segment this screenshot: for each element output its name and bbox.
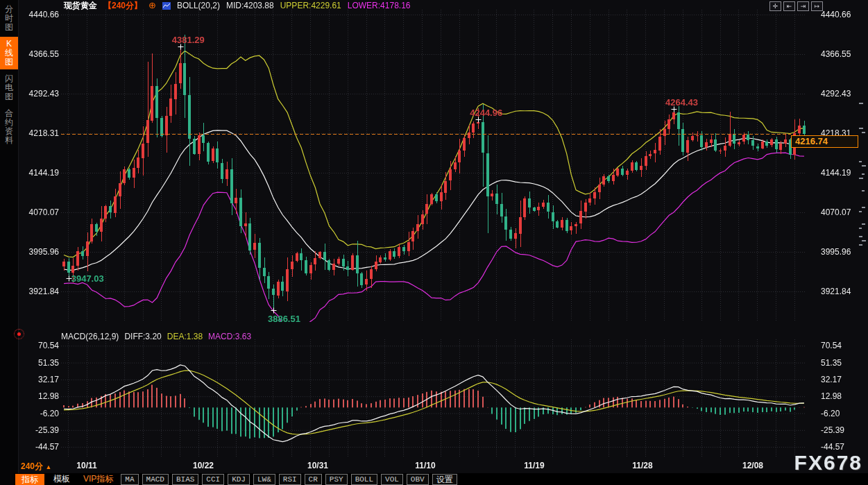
toolbar-item-psy[interactable]: PSY (325, 474, 348, 485)
alert-indicator-icon[interactable] (14, 329, 24, 339)
price-axis-label: 4292.43 (821, 89, 865, 99)
toolbar-item-cci[interactable]: CCI (202, 474, 224, 485)
price-axis-label: 3921.84 (821, 287, 865, 296)
date-axis: 240分 ▲ 10/1110/2210/3111/1011/1911/2812/… (18, 459, 868, 473)
date-label: 11/10 (415, 461, 435, 470)
price-axis-label: 3995.96 (821, 247, 865, 257)
instrument-name: 现货黄金 (64, 0, 97, 12)
macd-axis-label: 12.98 (821, 391, 865, 401)
price-axis-label: 4070.07 (821, 207, 865, 217)
toolbar-item-obv[interactable]: OBV (407, 474, 429, 485)
macd-axis-label: -6.20 (821, 409, 865, 418)
price-axis-label: 4366.55 (821, 49, 865, 59)
macd-header: MACD(26,12,9) DIFF:3.20 DEA:1.38 MACD:3.… (61, 332, 251, 341)
sidebar-tab-contract-info[interactable]: 合约资料 (0, 106, 18, 148)
sidebar-tab-label: K线图 (4, 40, 14, 67)
toolbar-item-cr[interactable]: CR (305, 474, 322, 485)
date-label: 10/31 (307, 461, 328, 470)
axis-scale-left-icon[interactable]: ⇤ (783, 1, 795, 11)
macd-axis-label: -44.57 (821, 442, 865, 452)
sidebar-tab-label: 闪电图 (4, 74, 14, 101)
macd-axis-label: -25.39 (821, 425, 865, 435)
sidebar-tab-kline[interactable]: K线图 (0, 37, 18, 69)
trading-app-window: 分时图 K线图 闪电图 合约资料 现货黄金 【240分】 ⊕ BOLL(20,2… (0, 0, 868, 485)
price-annotation: 4244.96 (470, 108, 502, 118)
macd-diff-label: DIFF:3.20 (124, 332, 161, 341)
boll-lower-label: LOWER:4178.16 (348, 1, 411, 10)
interval-dropdown[interactable]: 240分 ▲ (21, 461, 51, 473)
sidebar-tab-timeshare[interactable]: 分时图 (0, 2, 18, 35)
macd-axis-label: 32.17 (821, 375, 865, 384)
price-axis-label: 4440.66 (19, 10, 59, 19)
macd-axis-label: 51.35 (821, 358, 865, 368)
toolbar-item-lw-[interactable]: LW& (253, 474, 275, 485)
toolbar-item-boll[interactable]: BOLL (351, 474, 377, 485)
price-axis-label: 4366.55 (19, 49, 59, 59)
price-axis-label: 4218.31 (19, 128, 59, 138)
left-sidebar: 分时图 K线图 闪电图 合约资料 (0, 0, 19, 485)
watermark: FX678 (794, 451, 862, 475)
toolbar-item-macd[interactable]: MACD (142, 474, 169, 485)
toolbar-item-vol[interactable]: VOL (381, 474, 403, 485)
toolbar-item-模板[interactable]: 模板 (48, 473, 76, 485)
macd-axis-label: 12.98 (19, 391, 59, 401)
toolbar-item-ma[interactable]: MA (121, 474, 138, 485)
macd-axis-label: 70.54 (19, 341, 59, 350)
macd-axis-label: 51.35 (19, 358, 59, 368)
boll-mid-label: MID:4203.88 (226, 1, 274, 10)
interval-badge[interactable]: 【240分】 (103, 0, 142, 12)
toolbar-item-rsi[interactable]: RSI (279, 474, 301, 485)
indicator-toolbar: 指标模板VIP指标MAMACDBIASCCIKDJLW&RSICRPSYBOLL… (14, 473, 868, 485)
date-label: 10/11 (76, 461, 96, 470)
toolbar-item-kdj[interactable]: KDJ (228, 474, 250, 485)
price-annotation: 4381.29 (172, 35, 205, 45)
price-annotation: 4264.43 (665, 97, 698, 108)
boll-params-label: BOLL(20,2) (177, 1, 220, 10)
sidebar-tab-label: 分时图 (4, 5, 14, 32)
macd-dea-label: DEA:1.38 (167, 332, 203, 341)
add-indicator-icon[interactable]: ⊕ (148, 1, 156, 10)
sidebar-tab-lightning[interactable]: 闪电图 (0, 71, 18, 104)
interval-dropdown-label: 240分 (21, 461, 43, 471)
chevron-up-icon: ▲ (45, 463, 51, 470)
macd-axis-label: -6.20 (19, 409, 59, 418)
chart-canvas[interactable] (0, 0, 868, 485)
macd-axis-label: 70.54 (821, 341, 865, 350)
sidebar-tab-label: 合约资料 (4, 109, 14, 145)
date-label: 11/28 (632, 461, 652, 470)
toolbar-item-bias[interactable]: BIAS (172, 474, 198, 485)
toolbar-item-设置[interactable]: 设置 (432, 474, 457, 485)
date-label: 10/22 (193, 461, 214, 470)
macd-params-label: MACD(26,12,9) (61, 332, 119, 341)
macd-axis-label: 32.17 (19, 375, 59, 384)
price-annotation: 3947.03 (71, 273, 104, 284)
price-axis-label: 4440.66 (821, 10, 865, 19)
boll-upper-label: UPPER:4229.61 (280, 1, 341, 10)
date-label: 11/19 (524, 461, 544, 470)
macd-axis-label: -44.57 (19, 442, 59, 452)
macd-axis-label: -25.39 (19, 425, 59, 435)
price-annotation: 3886.51 (268, 314, 300, 324)
last-price-box: 4216.74 (791, 135, 858, 148)
price-axis-label: 4292.43 (19, 89, 59, 99)
price-axis-label: 3995.96 (19, 247, 59, 257)
macd-macd-label: MACD:3.63 (208, 332, 251, 341)
date-label: 12/08 (742, 461, 763, 470)
axis-scale-right-icon[interactable]: ⇥ (797, 1, 809, 11)
toolbar-item-指标[interactable]: 指标 (15, 474, 44, 485)
price-axis-label: 4144.19 (19, 168, 59, 178)
toolbar-item-vip指标[interactable]: VIP指标 (79, 473, 117, 485)
chart-type-icon[interactable] (162, 2, 171, 10)
chart-header: 现货黄金 【240分】 ⊕ BOLL(20,2) MID:4203.88 UPP… (18, 0, 868, 11)
price-axis-label: 4144.19 (821, 168, 865, 178)
price-axis-label: 4070.07 (19, 207, 59, 217)
price-axis-label: 3921.84 (19, 287, 59, 296)
chart-tool-icons: ✛⇤⇥↦ (769, 1, 823, 11)
pan-tool-icon[interactable]: ✛ (769, 1, 781, 11)
